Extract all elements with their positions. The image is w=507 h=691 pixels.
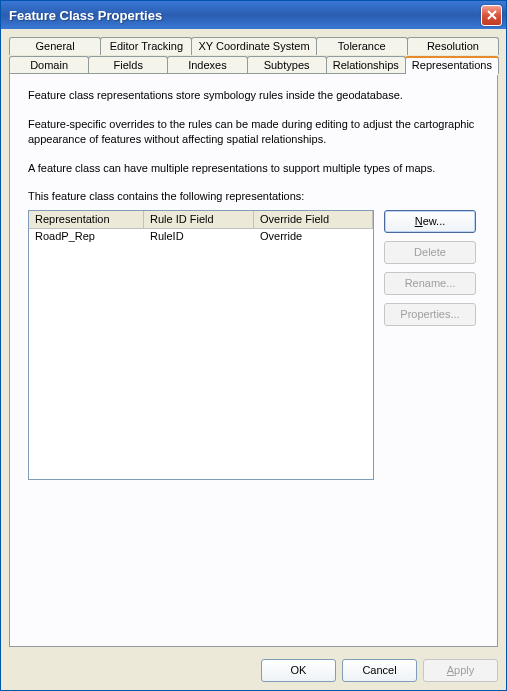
tab-panel-representations: Feature class representations store symb… <box>9 73 498 647</box>
cancel-button[interactable]: Cancel <box>342 659 417 682</box>
rename-button: Rename... <box>384 272 476 295</box>
tab-row-2: Domain Fields Indexes Subtypes Relations… <box>9 56 498 74</box>
dialog-content: General Editor Tracking XY Coordinate Sy… <box>1 29 506 653</box>
tabstrip: General Editor Tracking XY Coordinate Sy… <box>9 37 498 73</box>
tab-representations[interactable]: Representations <box>405 56 499 74</box>
side-button-column: New... Delete Rename... Properties... <box>384 210 476 480</box>
intro-paragraph-2: Feature-specific overrides to the rules … <box>28 117 479 147</box>
window-title: Feature Class Properties <box>9 8 481 23</box>
column-header-ruleid[interactable]: Rule ID Field <box>144 211 254 228</box>
cell-over: Override <box>254 229 373 245</box>
column-header-override[interactable]: Override Field <box>254 211 373 228</box>
tab-xy-coord[interactable]: XY Coordinate System <box>191 37 316 55</box>
cell-rule: RuleID <box>144 229 254 245</box>
ok-button[interactable]: OK <box>261 659 336 682</box>
titlebar: Feature Class Properties <box>1 1 506 29</box>
tab-domain[interactable]: Domain <box>9 56 89 74</box>
dialog-window: Feature Class Properties General Editor … <box>0 0 507 691</box>
column-header-representation[interactable]: Representation <box>29 211 144 228</box>
tab-subtypes[interactable]: Subtypes <box>247 56 327 74</box>
mid-row: Representation Rule ID Field Override Fi… <box>28 210 479 480</box>
representations-listview[interactable]: Representation Rule ID Field Override Fi… <box>28 210 374 480</box>
dialog-button-bar: OK Cancel Apply <box>1 653 506 690</box>
tab-tolerance[interactable]: Tolerance <box>316 37 408 55</box>
close-button[interactable] <box>481 5 502 26</box>
tab-fields[interactable]: Fields <box>88 56 168 74</box>
cell-rep: RoadP_Rep <box>29 229 144 245</box>
intro-paragraph-1: Feature class representations store symb… <box>28 88 479 103</box>
listview-header: Representation Rule ID Field Override Fi… <box>29 211 373 229</box>
tab-resolution[interactable]: Resolution <box>407 37 499 55</box>
tab-relationships[interactable]: Relationships <box>326 56 406 74</box>
delete-button: Delete <box>384 241 476 264</box>
apply-button: Apply <box>423 659 498 682</box>
tab-indexes[interactable]: Indexes <box>167 56 247 74</box>
tab-editor-tracking[interactable]: Editor Tracking <box>100 37 192 55</box>
tab-row-1: General Editor Tracking XY Coordinate Sy… <box>9 37 498 55</box>
list-row[interactable]: RoadP_Rep RuleID Override <box>29 229 373 245</box>
intro-paragraph-3: A feature class can have multiple repres… <box>28 161 479 176</box>
new-button[interactable]: New... <box>384 210 476 233</box>
properties-button: Properties... <box>384 303 476 326</box>
list-caption: This feature class contains the followin… <box>28 189 479 204</box>
tab-general[interactable]: General <box>9 37 101 55</box>
close-icon <box>487 10 497 20</box>
